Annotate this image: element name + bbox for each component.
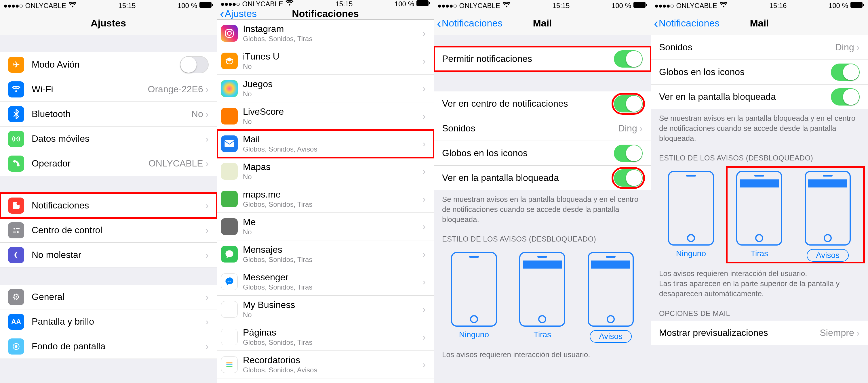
row-notifications[interactable]: Notificaciones › [0,193,217,218]
row-lockscreen[interactable]: Ver en la pantalla bloqueada [434,166,651,190]
row-control-center[interactable]: Centro de control › [0,218,217,243]
screen-mail-notif-2: ●●●●○ ONLYCABLE 15:16 100 % ‹ Notificaci… [651,0,868,383]
app-row-itunes-u[interactable]: iTunes UNo› [217,47,434,75]
row-label: Ver en la pantalla bloqueada [659,92,831,102]
row-carrier[interactable]: Operador ONLYCABLE › [0,151,217,176]
svg-point-4 [17,202,20,205]
airplane-toggle[interactable] [180,56,209,73]
app-row-p-ginas[interactable]: PáginasGlobos, Sonidos, Tiras› [217,323,434,351]
carrier-label: ONLYCABLE [676,2,717,10]
app-subtitle: Globos, Sonidos, Tiras [243,35,423,43]
lockscreen-toggle[interactable] [614,169,643,186]
phone-preview-icon [451,252,497,327]
svg-rect-11 [417,1,428,6]
phone-preview-icon [668,171,714,246]
app-row-me[interactable]: MeNo› [217,213,434,240]
app-title: My Business [243,300,423,310]
app-row-juegos[interactable]: JuegosNo› [217,75,434,102]
row-airplane-mode[interactable]: ✈︎ Modo Avión [0,52,217,77]
row-display[interactable]: AA Pantalla y brillo › [0,309,217,334]
back-button[interactable]: ‹ Ajustes [220,8,257,19]
status-bar: ●●●●○ ONLYCABLE 15:15 100 % [0,0,217,11]
svg-point-2 [16,138,17,139]
row-wallpaper[interactable]: Fondo de pantalla › [0,334,217,359]
app-row-maps-me[interactable]: maps.meGlobos, Sonidos, Tiras› [217,185,434,213]
style-alerts[interactable]: Avisos [588,252,634,343]
carrier-label: ONLYCABLE [242,0,283,8]
app-title: Juegos [243,79,423,90]
app-row-messenger[interactable]: MessengerGlobos, Sonidos, Tiras› [217,268,434,295]
row-badges[interactable]: Globos en los iconos [651,60,868,84]
chevron-right-icon: › [423,193,426,204]
app-subtitle: No [243,311,423,319]
row-lockscreen[interactable]: Ver en la pantalla bloqueada [651,84,868,109]
row-cellular[interactable]: Datos móviles › [0,127,217,151]
chevron-right-icon: › [423,138,426,149]
battery-percent: 100 % [612,2,631,10]
chevron-right-icon: › [423,221,426,232]
app-icon [221,53,238,69]
row-sounds[interactable]: Sonidos Ding › [651,35,868,60]
navbar: ‹ Notificaciones Mail [651,11,868,35]
app-title: Mapas [243,162,423,172]
row-wifi[interactable]: Wi-Fi Orange-22E6 › [0,77,217,102]
svg-point-10 [15,345,18,348]
lockscreen-toggle[interactable] [831,88,860,106]
notif-center-toggle[interactable] [614,95,643,112]
navbar: Ajustes [0,11,217,35]
row-label: Sonidos [659,42,835,53]
svg-rect-12 [429,2,430,4]
navbar: ‹ Ajustes Notificaciones [217,8,434,20]
row-dnd[interactable]: No molestar › [0,243,217,268]
chevron-right-icon: › [206,224,209,236]
wifi-settings-icon [8,81,24,98]
chevron-right-icon: › [423,28,426,39]
app-icon [221,135,238,152]
back-label: Notificaciones [659,18,720,29]
app-row-recordatorios[interactable]: RecordatoriosGlobos, Sonidos, Avisos› [217,351,434,378]
row-preview[interactable]: Mostrar previsualizaciones Siempre › [651,321,868,345]
app-subtitle: No [243,62,423,70]
back-button[interactable]: ‹ Notificaciones [654,18,719,29]
app-row-mapas[interactable]: MapasNo› [217,158,434,185]
allow-toggle[interactable] [614,50,643,68]
footer-note: Se muestran avisos en la pantalla bloque… [651,109,868,149]
carrier-label: ONLYCABLE [25,2,66,10]
back-label: Ajustes [225,8,257,19]
highlight-box [726,166,865,264]
app-title: Me [243,217,423,228]
row-notif-center[interactable]: Ver en centro de notificaciones [434,92,651,116]
style-none[interactable]: Ninguno [668,171,714,262]
row-label: Mostrar previsualizaciones [659,327,820,338]
app-title: Páginas [243,327,423,338]
row-allow-notifications[interactable]: Permitir notificaciones [434,46,651,71]
row-label: Datos móviles [32,133,206,144]
row-label: Ver en centro de notificaciones [442,98,614,109]
app-title: Mensajes [243,244,423,255]
app-icon [221,25,238,42]
style-banners[interactable]: Tiras [519,252,565,343]
row-general[interactable]: ⚙︎ General › [0,285,217,309]
clock: 15:16 [769,2,786,10]
row-bluetooth[interactable]: Bluetooth No › [0,102,217,127]
badges-toggle[interactable] [831,64,860,81]
app-title: Instagram [243,24,423,34]
svg-rect-23 [863,4,864,6]
clock: 15:15 [335,0,352,8]
style-none[interactable]: Ninguno [451,252,497,343]
row-value: No [191,109,203,119]
app-row-livescore[interactable]: LiveScoreNo› [217,102,434,130]
chevron-right-icon: › [206,84,209,95]
app-subtitle: No [243,173,423,181]
control-center-icon [8,222,24,238]
row-sounds[interactable]: Sonidos Ding › [434,116,651,141]
back-button[interactable]: ‹ Notificaciones [437,18,502,29]
app-row-my-business[interactable]: My BusinessNo› [217,295,434,323]
app-row-mensajes[interactable]: MensajesGlobos, Sonidos, Tiras› [217,240,434,268]
app-row-shazam[interactable]: Shazam› [217,378,434,383]
svg-rect-16 [225,140,234,147]
badges-toggle[interactable] [614,145,643,162]
row-badges[interactable]: Globos en los iconos [434,141,651,166]
app-row-instagram[interactable]: InstagramGlobos, Sonidos, Tiras› [217,20,434,47]
app-row-mail[interactable]: MailGlobos, Sonidos, Avisos› [217,130,434,158]
